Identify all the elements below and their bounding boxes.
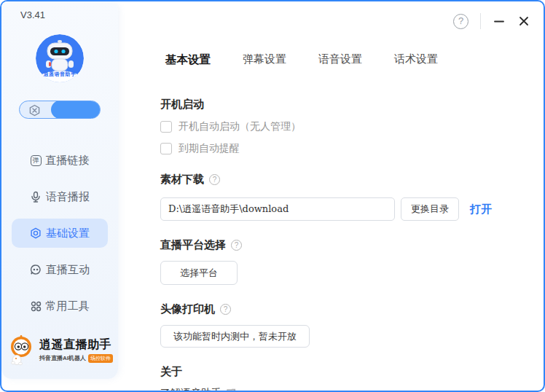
startup-option-row: 到期自动提醒 [160,142,525,155]
tab-script-settings[interactable]: 话术设置 [394,52,438,68]
sidebar-item-label: 语音播报 [46,190,90,204]
change-directory-button[interactable]: 更换目录 [401,197,459,221]
sidebar-item-label: 直播互动 [46,263,90,277]
sidebar: V3.41 逍遥语音助手 [1,1,118,379]
learn-assistant-link[interactable]: 了解语音助手 [160,387,221,392]
platform-help-icon[interactable]: ? [231,240,242,251]
printer-help-icon[interactable]: ? [220,304,231,315]
brand-logo: 逍遥直播助手 抖音直播AI机器人 场控软件 [1,334,118,366]
settings-content: 开机启动 开机自动启动（无人管理） 到期自动提醒 素材下载 ? 更换目录 打开 [160,98,525,392]
brand-mascot-icon [7,334,36,366]
chat-bubble-icon [30,264,42,275]
sidebar-item-label: 基础设置 [46,227,90,240]
tab-danmu-settings[interactable]: 弹幕设置 [243,52,286,68]
brand-title: 逍遥直播助手 [39,337,113,353]
avatar: 逍遥语音助手 [36,34,84,82]
sidebar-item-voice-broadcast[interactable]: 语音播报 [12,182,108,211]
sidebar-item-live-links[interactable]: 弹 直播链接 [12,146,108,175]
startup-option-row: 开机自动启动（无人管理） [160,120,525,133]
avatar-caption: 逍遥语音助手 [36,71,84,78]
version-label: V3.41 [20,9,45,20]
external-link-icon [226,388,236,392]
microphone-icon [30,191,42,203]
hexagon-stop-icon [28,104,41,117]
sidebar-item-label: 直播链接 [46,154,90,168]
sidebar-item-live-interaction[interactable]: 直播互动 [12,255,108,284]
open-directory-link[interactable]: 打开 [470,203,492,216]
tab-voice-settings[interactable]: 语音设置 [318,52,362,68]
printer-beta-button[interactable]: 该功能暂时内测中，暂未开放 [160,325,310,348]
danmu-bubble-icon: 弹 [31,155,42,166]
sidebar-item-basic-settings[interactable]: 基础设置 [12,219,108,248]
startup-title-text: 开机启动 [160,98,204,111]
section-title-startup: 开机启动 [160,98,525,111]
checkbox-label: 开机自动启动（无人管理） [179,120,301,133]
printer-title-text: 头像打印机 [160,302,215,316]
tab-basic-settings[interactable]: 基本设置 [165,52,211,68]
section-title-platform: 直播平台选择 ? [160,238,525,252]
settings-tabs: 基本设置 弹幕设置 语音设置 话术设置 [165,52,438,68]
app-window: V3.41 逍遥语音助手 [0,0,545,392]
sidebar-item-label: 常用工具 [46,299,90,313]
platform-title-text: 直播平台选择 [160,238,226,252]
checkbox-label: 到期自动提醒 [179,142,240,155]
download-path-input[interactable] [160,197,395,221]
settings-icon [30,227,42,239]
checkbox-expiry-reminder[interactable] [160,143,172,154]
sidebar-menu: 弹 直播链接 语音播报 [12,146,108,328]
brand-subtitle: 抖音直播AI机器人 [39,354,86,362]
main-panel: 基本设置 弹幕设置 语音设置 话术设置 开机启动 开机自动启动（无人管理） 到期… [118,1,545,391]
download-help-icon[interactable]: ? [209,174,220,185]
section-title-about: 关于 [160,365,525,379]
brand-badge: 场控软件 [88,354,113,363]
checkbox-auto-start[interactable] [160,121,172,133]
download-path-row: 更换目录 打开 [160,197,525,221]
about-link-row[interactable]: 了解语音助手 [160,387,525,392]
sidebar-item-common-tools[interactable]: 常用工具 [12,291,108,321]
section-title-printer: 头像打印机 ? [160,302,525,316]
about-title-text: 关于 [160,365,182,379]
download-title-text: 素材下载 [160,173,204,187]
select-platform-button[interactable]: 选择平台 [160,261,238,285]
section-title-download: 素材下载 ? [160,173,525,187]
assistant-toggle[interactable] [19,101,101,119]
grid-apps-icon [31,301,42,312]
toggle-fill [51,101,101,119]
